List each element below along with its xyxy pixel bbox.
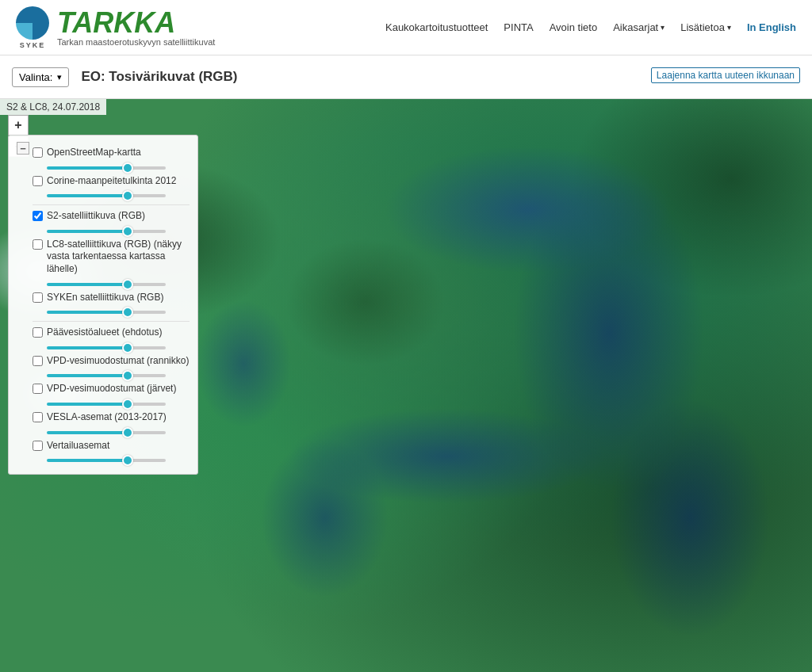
layer-item-vesla: VESLA-asemat (2013-2017) (33, 411, 190, 437)
layer-group-water: Päävesistöalueet (ehdotus) VPD-vesimuodo… (33, 326, 190, 464)
nav-lisatietoa[interactable]: Lisätietoa (680, 21, 731, 33)
layer-label-vpd-rannikko: VPD-vesimuodostumat (rannikko) (47, 355, 189, 368)
layer-checkbox-s2[interactable] (33, 211, 43, 221)
layer-label-osm: OpenStreetMap-kartta (47, 147, 141, 159)
layer-checkbox-lc8[interactable] (33, 239, 43, 250)
layer-label-corine: Corine-maanpeitetulkinta 2012 (47, 175, 176, 188)
syke-label: SYKE (20, 41, 46, 49)
nav-pinta[interactable]: PINTA (504, 21, 533, 33)
layer-slider-osm[interactable] (47, 166, 166, 170)
layer-item-vpd-rannikko: VPD-vesimuodostumat (rannikko) (33, 355, 190, 380)
layer-checkbox-vpd-jarvet[interactable] (33, 384, 43, 394)
tarkka-logo: TARKKA Tarkan maastoerotuskyvyn satellii… (57, 9, 215, 47)
layer-label-vertailu: Vertailuasemat (47, 440, 109, 452)
layer-slider-vertailu[interactable] (47, 459, 166, 462)
date-stamp: S2 & LC8, 24.07.2018 (0, 99, 106, 115)
layer-slider-s2[interactable] (47, 230, 166, 233)
layer-group-base: OpenStreetMap-kartta Corine-maanpeitetul… (33, 147, 190, 200)
nav-avoin-tieto[interactable]: Avoin tieto (550, 21, 597, 33)
toolbar: Valinta: EO: Tosivärikuvat (RGB) Laajenn… (0, 55, 812, 99)
layer-item-corine: Corine-maanpeitetulkinta 2012 (33, 175, 190, 200)
layer-slider-vpd-rannikko[interactable] (47, 374, 166, 377)
navigation: Kaukokartoitustuotteet PINTA Avoin tieto… (385, 21, 796, 33)
layer-checkbox-syke[interactable] (33, 292, 43, 303)
expand-map-link[interactable]: Laajenna kartta uuteen ikkunaan (651, 67, 800, 83)
zoom-in-button[interactable]: + (8, 115, 29, 136)
valinta-label: Valinta: (19, 71, 52, 83)
divider-1 (33, 204, 190, 205)
layer-item-vertailu: Vertailuasemat (33, 440, 190, 465)
syke-logo: SYKE (16, 6, 49, 49)
layer-group-satellite: S2-satelliittikuva (RGB) LC8-satelliitti… (33, 210, 190, 316)
layer-label-vpd-jarvet: VPD-vesimuodostumat (järvet) (47, 383, 176, 395)
layer-slider-vesla[interactable] (47, 431, 166, 434)
layer-checkbox-paavesi[interactable] (33, 327, 43, 338)
layer-item-s2: S2-satelliittikuva (RGB) (33, 210, 190, 235)
valinta-dropdown[interactable]: Valinta: (12, 67, 69, 87)
layer-item-lc8: LC8-satelliittikuva (RGB) (näkyy vasta t… (33, 239, 190, 288)
layer-slider-syke[interactable] (47, 311, 166, 314)
eo-title: EO: Tosivärikuvat (RGB) (81, 69, 237, 85)
layer-checkbox-vesla[interactable] (33, 412, 43, 422)
tarkka-subtitle: Tarkan maastoerotuskyvyn satelliittikuva… (57, 37, 215, 47)
syke-circle-icon (16, 6, 49, 40)
nav-kaukokartoitus[interactable]: Kaukokartoitustuotteet (385, 21, 488, 33)
layer-checkbox-corine[interactable] (33, 176, 43, 186)
layer-label-paavesi: Päävesistöalueet (ehdotus) (47, 326, 162, 339)
nav-aikasarjat[interactable]: Aikasarjat (613, 21, 665, 33)
layer-slider-paavesi[interactable] (47, 346, 166, 349)
layer-item-syke: SYKEn satelliittikuva (RGB) (33, 292, 190, 317)
tarkka-title: TARKKA (57, 9, 215, 37)
layer-label-lc8: LC8-satelliittikuva (RGB) (näkyy vasta t… (47, 239, 190, 276)
map-container[interactable]: Valinta: EO: Tosivärikuvat (RGB) Laajenn… (0, 55, 812, 672)
layer-item-osm: OpenStreetMap-kartta (33, 147, 190, 172)
layer-label-s2: S2-satelliittikuva (RGB) (47, 210, 145, 223)
layer-item-paavesi: Päävesistöalueet (ehdotus) (33, 326, 190, 352)
layer-label-vesla: VESLA-asemat (2013-2017) (47, 411, 167, 424)
layer-panel: − OpenStreetMap-kartta Corine-maanp (8, 135, 198, 475)
panel-minimize-button[interactable]: − (17, 142, 29, 155)
layer-checkbox-osm[interactable] (33, 147, 43, 158)
layer-label-syke: SYKEn satelliittikuva (RGB) (47, 292, 163, 304)
logo-area: SYKE TARKKA Tarkan maastoerotuskyvyn sat… (16, 6, 215, 49)
layer-item-vpd-jarvet: VPD-vesimuodostumat (järvet) (33, 383, 190, 408)
layer-checkbox-vpd-rannikko[interactable] (33, 356, 43, 366)
layer-slider-vpd-jarvet[interactable] (47, 403, 166, 406)
nav-english[interactable]: In English (747, 21, 796, 33)
layer-checkbox-vertailu[interactable] (33, 441, 43, 451)
divider-2 (33, 321, 190, 322)
header: SYKE TARKKA Tarkan maastoerotuskyvyn sat… (0, 0, 812, 55)
layer-slider-corine[interactable] (47, 194, 166, 197)
layer-slider-lc8[interactable] (47, 283, 166, 286)
